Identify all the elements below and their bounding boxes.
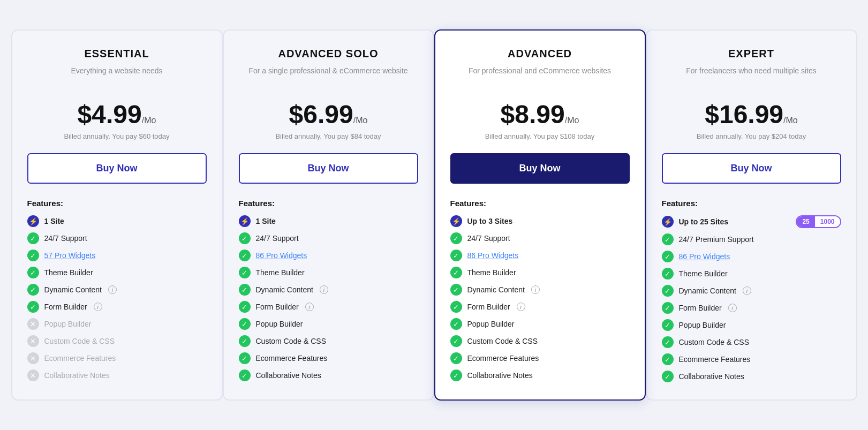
info-icon[interactable]: i — [305, 303, 314, 311]
plan-description: Everything a website needs — [27, 65, 207, 88]
check-icon: ✓ — [662, 251, 674, 262]
plan-card-expert: EXPERTFor freelancers who need multiple … — [646, 29, 857, 401]
feature-text: Custom Code & CSS — [679, 338, 750, 346]
list-item: ✕Collaborative Notes — [27, 369, 207, 381]
list-item: ✓57 Pro Widgets — [27, 250, 207, 261]
info-icon[interactable]: i — [743, 286, 751, 295]
plan-billing: Billed annually. You pay $108 today — [450, 132, 630, 140]
list-item: ✓Custom Code & CSS — [450, 335, 630, 347]
feature-link[interactable]: 57 Pro Widgets — [44, 251, 96, 260]
price-period: /Mo — [565, 116, 579, 125]
plan-price: $6.99/Mo — [239, 100, 418, 129]
list-item: ✓Popup Builder — [662, 319, 841, 331]
check-icon: ✓ — [662, 336, 674, 348]
check-icon: ✓ — [239, 335, 251, 347]
list-item: ✓24/7 Support — [239, 232, 418, 244]
feature-text: Theme Builder — [467, 268, 516, 277]
feature-link[interactable]: 86 Pro Widgets — [679, 252, 730, 261]
plan-name: EXPERT — [662, 48, 841, 60]
lightning-icon: ⚡ — [450, 215, 462, 227]
list-item: ✓Ecommerce Features — [239, 352, 418, 364]
price-period: /Mo — [142, 116, 156, 125]
price-amount: $16.99 — [705, 100, 783, 129]
check-icon: ✓ — [27, 301, 39, 313]
feature-text: Ecommerce Features — [467, 354, 539, 363]
list-item: ⚡1 Site — [27, 215, 207, 227]
info-icon[interactable]: i — [108, 285, 117, 294]
feature-list: ⚡Up to 3 Sites✓24/7 Support✓86 Pro Widge… — [450, 215, 630, 381]
list-item: ✕Ecommerce Features — [27, 352, 207, 364]
sites-toggle[interactable]: 251000 — [796, 215, 841, 228]
pricing-container: ESSENTIALEverything a website needs$4.99… — [11, 29, 857, 401]
check-icon: ✓ — [450, 369, 462, 381]
feature-text: Collaborative Notes — [467, 371, 533, 380]
feature-text: Popup Builder — [256, 320, 303, 328]
check-icon: ✓ — [450, 284, 462, 296]
feature-text: Custom Code & CSS — [467, 337, 538, 345]
feature-text: Dynamic Content — [679, 286, 736, 295]
sites-toggle-25[interactable]: 25 — [797, 216, 814, 227]
info-icon[interactable]: i — [94, 303, 102, 311]
check-icon: ✓ — [239, 301, 251, 313]
feature-text: Dynamic Content — [44, 285, 102, 294]
list-item: ✓Popup Builder — [239, 318, 418, 330]
x-icon: ✕ — [27, 369, 39, 381]
list-item: ✓Form Builderi — [662, 302, 841, 314]
check-icon: ✓ — [450, 335, 462, 347]
feature-list: ⚡1 Site✓24/7 Support✓57 Pro Widgets✓Them… — [27, 215, 207, 381]
buy-now-button[interactable]: Buy Now — [662, 153, 841, 184]
info-icon[interactable]: i — [728, 304, 737, 312]
price-amount: $4.99 — [78, 100, 142, 129]
sites-toggle-1000[interactable]: 1000 — [815, 216, 840, 227]
plan-billing: Billed annually. You pay $84 today — [239, 132, 418, 140]
check-icon: ✓ — [27, 250, 39, 261]
plan-billing: Billed annually. You pay $60 today — [27, 132, 207, 140]
feature-text: Popup Builder — [679, 321, 726, 329]
check-icon: ✓ — [662, 319, 674, 331]
list-item: ✕Custom Code & CSS — [27, 335, 207, 347]
feature-text: Up to 25 Sites — [679, 217, 729, 226]
feature-text: 24/7 Support — [44, 234, 87, 243]
check-icon: ✓ — [450, 250, 462, 261]
check-icon: ✓ — [662, 233, 674, 245]
feature-text: Dynamic Content — [467, 285, 525, 294]
feature-link[interactable]: 86 Pro Widgets — [256, 251, 307, 260]
info-icon[interactable]: i — [320, 285, 328, 294]
feature-text: Form Builder — [679, 304, 722, 312]
feature-text: Collaborative Notes — [44, 371, 110, 380]
list-item: ✓86 Pro Widgets — [239, 250, 418, 261]
info-icon[interactable]: i — [531, 285, 540, 294]
feature-text: Form Builder — [467, 303, 510, 311]
x-icon: ✕ — [27, 335, 39, 347]
feature-text: Dynamic Content — [256, 285, 313, 294]
feature-link[interactable]: 86 Pro Widgets — [467, 251, 519, 260]
plan-billing: Billed annually. You pay $204 today — [662, 132, 841, 140]
feature-text: 24/7 Support — [256, 234, 299, 243]
list-item: ✓Theme Builder — [239, 267, 418, 278]
list-item: ✓Ecommerce Features — [450, 352, 630, 364]
info-icon[interactable]: i — [517, 303, 525, 311]
plan-name: ADVANCED — [450, 48, 630, 60]
list-item: ✓Dynamic Contenti — [239, 284, 418, 296]
x-icon: ✕ — [27, 318, 39, 330]
features-label: Features: — [27, 199, 207, 208]
lightning-icon: ⚡ — [239, 215, 251, 227]
price-period: /Mo — [783, 116, 798, 125]
list-item: ✓86 Pro Widgets — [662, 251, 841, 262]
plan-price: $8.99/Mo — [450, 100, 630, 129]
sites-badge-container: Up to 25 Sites251000 — [679, 215, 841, 228]
buy-now-button[interactable]: Buy Now — [239, 153, 418, 184]
plan-card-advanced: ADVANCEDFor professional and eCommerce w… — [434, 29, 646, 401]
check-icon: ✓ — [662, 285, 674, 297]
feature-text: Theme Builder — [679, 269, 728, 278]
check-icon: ✓ — [239, 318, 251, 330]
list-item: ✓Theme Builder — [662, 268, 841, 280]
check-icon: ✓ — [239, 232, 251, 244]
check-icon: ✓ — [450, 232, 462, 244]
price-period: /Mo — [353, 116, 368, 125]
buy-now-button[interactable]: Buy Now — [27, 153, 207, 184]
feature-text: 1 Site — [44, 217, 64, 225]
list-item: ✓Custom Code & CSS — [239, 335, 418, 347]
list-item: ✓24/7 Support — [27, 232, 207, 244]
buy-now-button[interactable]: Buy Now — [450, 153, 630, 184]
